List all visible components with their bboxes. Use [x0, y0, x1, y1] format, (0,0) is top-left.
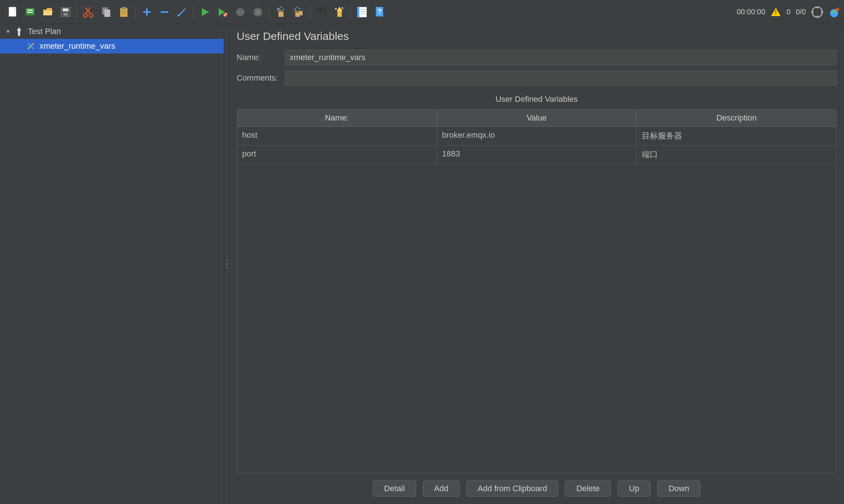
help-button[interactable]: ? [371, 4, 388, 21]
function-helper-button[interactable] [331, 4, 348, 21]
copy-button[interactable] [98, 4, 115, 21]
templates-button[interactable] [22, 4, 39, 21]
toolbar-group-edit [80, 4, 132, 21]
comments-input[interactable] [285, 70, 837, 86]
svg-point-11 [89, 14, 93, 17]
paste-icon [118, 6, 130, 18]
collapse-icon [159, 7, 170, 17]
start-button[interactable] [197, 4, 214, 21]
variables-table: Name: Value Description host broker.emqx… [237, 109, 837, 473]
add-button[interactable]: Add [423, 481, 460, 497]
toggle-icon [176, 6, 188, 18]
toolbar-group-file [4, 4, 74, 21]
svg-marker-24 [202, 8, 209, 16]
svg-point-36 [283, 9, 284, 10]
svg-point-40 [297, 7, 298, 8]
toolbar-group-help: ? [354, 4, 388, 21]
options-button[interactable] [354, 4, 371, 21]
cell-description[interactable]: 端口 [637, 145, 836, 164]
cell-value[interactable]: broker.emqx.io [437, 127, 637, 145]
new-file-icon [7, 6, 19, 18]
button-bar: Detail Add Add from Clipboard Delete Up … [237, 473, 837, 497]
cell-value[interactable]: 1883 [437, 145, 637, 164]
warning-icon: ! [770, 7, 781, 18]
svg-rect-33 [278, 12, 284, 17]
start-icon [200, 7, 211, 18]
toolbar-separator [193, 5, 194, 19]
start-no-pause-button[interactable] [214, 4, 231, 21]
status-threads: 0/0 [796, 8, 806, 16]
column-header-name[interactable]: Name: [237, 110, 437, 126]
svg-text:!: ! [775, 10, 777, 16]
test-plan-icon [14, 26, 24, 37]
svg-rect-16 [122, 11, 126, 12]
name-row: Name: [237, 50, 837, 65]
svg-rect-45 [337, 11, 342, 17]
svg-marker-66 [17, 27, 21, 31]
svg-line-21 [179, 9, 185, 15]
cell-name[interactable]: host [237, 127, 437, 145]
clear-all-icon [292, 6, 305, 18]
editor-panel: User Defined Variables Name: Comments: U… [229, 24, 844, 504]
column-header-value[interactable]: Value [437, 110, 637, 126]
delete-button[interactable]: Delete [565, 481, 611, 497]
save-button[interactable] [57, 4, 74, 21]
function-helper-icon [333, 6, 345, 18]
collapse-button[interactable] [156, 4, 173, 21]
svg-rect-17 [122, 13, 126, 14]
tree-item-xmeter-runtime-vars[interactable]: xmeter_runtime_vars [0, 39, 224, 53]
shutdown-icon [252, 7, 263, 18]
toolbar-separator [310, 5, 310, 19]
stop-button[interactable]: STOP [232, 4, 249, 21]
name-input[interactable] [285, 50, 837, 65]
up-button[interactable]: Up [618, 481, 651, 497]
table-body: host broker.emqx.io 目标服务器 port 1883 端口 [237, 127, 836, 473]
svg-line-44 [325, 12, 326, 15]
open-icon [42, 6, 54, 18]
svg-point-34 [277, 8, 280, 10]
clear-all-button[interactable] [290, 4, 307, 21]
svg-point-35 [281, 7, 282, 8]
expand-button[interactable] [138, 4, 155, 21]
table-row[interactable]: port 1883 端口 [237, 145, 836, 164]
new-button[interactable] [4, 4, 21, 21]
svg-point-64 [836, 8, 839, 11]
clear-button[interactable] [273, 4, 289, 21]
tree-toggle-icon[interactable]: ▼ [4, 29, 12, 34]
toolbar-group-clear [273, 4, 307, 21]
comments-row: Comments: [237, 70, 837, 86]
variables-icon [26, 42, 36, 51]
help-icon: ? [374, 6, 386, 18]
open-button[interactable] [40, 4, 56, 21]
column-header-description[interactable]: Description [637, 110, 836, 126]
down-button[interactable]: Down [657, 481, 700, 497]
table-row[interactable]: host broker.emqx.io 目标服务器 [237, 127, 836, 145]
toolbar-separator [269, 5, 270, 19]
copy-icon [100, 6, 112, 18]
paste-button[interactable] [115, 4, 132, 21]
splitter-grip-icon [226, 260, 227, 268]
svg-rect-4 [27, 12, 33, 13]
cell-description[interactable]: 目标服务器 [637, 127, 836, 145]
toolbar-group-tree [138, 4, 190, 21]
detail-button[interactable]: Detail [373, 481, 416, 497]
panel-splitter[interactable] [224, 24, 229, 504]
tree-panel: ▼ Test Plan xmeter_runtime_vars [0, 24, 224, 504]
shutdown-button[interactable] [249, 4, 266, 21]
name-label: Name: [237, 53, 285, 62]
tree-root-label: Test Plan [28, 27, 61, 36]
start-no-pause-icon [217, 7, 228, 18]
svg-point-60 [821, 11, 823, 13]
add-from-clipboard-button[interactable]: Add from Clipboard [466, 481, 559, 497]
toggle-button[interactable] [174, 4, 190, 21]
svg-rect-7 [63, 13, 68, 16]
cell-name[interactable]: port [237, 145, 437, 164]
cut-button[interactable] [80, 4, 97, 21]
svg-point-48 [342, 7, 343, 9]
tree-root[interactable]: ▼ Test Plan [0, 24, 224, 39]
svg-rect-15 [122, 7, 126, 9]
toolbar-status: 00:00:00 ! 0 0/0 [737, 6, 840, 18]
toolbar-group-tools [313, 4, 348, 21]
svg-point-39 [295, 8, 296, 10]
search-button[interactable] [313, 4, 330, 21]
